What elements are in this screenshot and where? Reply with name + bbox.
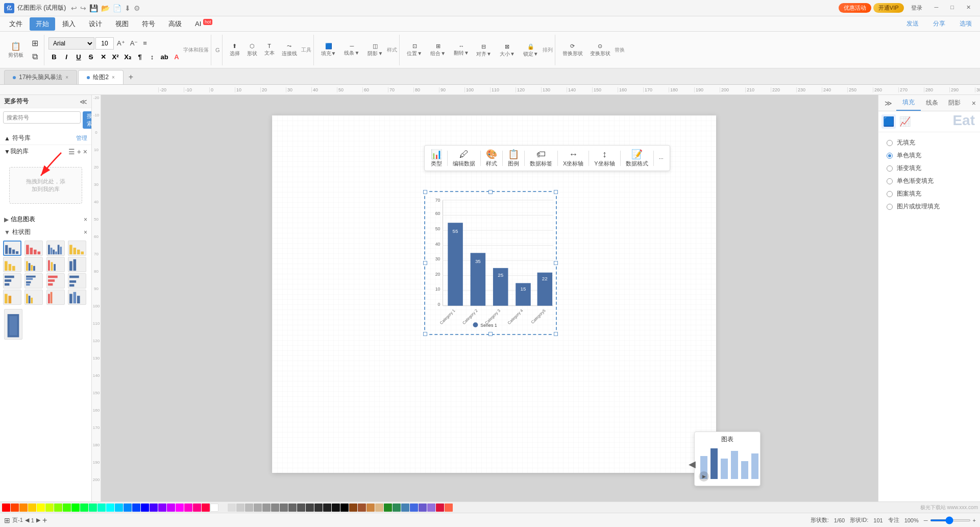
copy-btn[interactable]: ⧉ bbox=[28, 51, 42, 63]
color-swatch[interactable] bbox=[393, 504, 401, 512]
chart-thumb-15[interactable] bbox=[46, 290, 65, 305]
vip-button[interactable]: 开通VIP bbox=[873, 3, 904, 13]
text-tool-btn[interactable]: T 文本 bbox=[261, 41, 278, 58]
fill-option-pattern[interactable]: 图案填充 bbox=[883, 187, 976, 200]
color-swatch[interactable] bbox=[410, 504, 418, 512]
chart-thumb-3[interactable] bbox=[46, 241, 65, 256]
color-swatch[interactable] bbox=[254, 504, 262, 512]
page-next-btn[interactable]: ▶ bbox=[36, 517, 40, 523]
my-lib-close-btn[interactable]: × bbox=[83, 148, 87, 156]
lib-title[interactable]: 符号库 bbox=[12, 134, 76, 142]
symbol-search-button[interactable]: 搜索 bbox=[83, 111, 92, 129]
rp-tab-fill[interactable]: 填充 bbox=[896, 95, 921, 111]
right-panel-close-btn[interactable]: × bbox=[970, 97, 978, 109]
handle-middle-right[interactable] bbox=[554, 261, 558, 265]
page-grid-btn[interactable]: ⊞ bbox=[4, 516, 10, 524]
color-swatch[interactable] bbox=[80, 504, 88, 512]
chart-edit-data-btn[interactable]: 🖊 编辑数据 bbox=[450, 148, 478, 169]
promo-button[interactable]: 优惠活动 bbox=[839, 3, 871, 13]
color-swatch[interactable] bbox=[37, 504, 45, 512]
menu-design[interactable]: 设计 bbox=[83, 17, 108, 31]
color-swatch[interactable] bbox=[280, 504, 288, 512]
handle-bottom-left[interactable] bbox=[423, 332, 427, 336]
chart-thumb-5[interactable] bbox=[3, 257, 21, 272]
zoom-slider[interactable] bbox=[930, 519, 971, 521]
chart-thumb-1[interactable] bbox=[3, 241, 21, 256]
handle-top-left[interactable] bbox=[423, 190, 427, 194]
chart-style-btn[interactable]: 🎨 样式 bbox=[483, 148, 500, 169]
symbol-search-input[interactable] bbox=[3, 111, 81, 124]
export-btn[interactable]: ⬇ bbox=[125, 4, 131, 12]
color-swatch[interactable] bbox=[71, 504, 80, 512]
color-swatch[interactable] bbox=[97, 504, 106, 512]
lock-btn[interactable]: 🔒锁定▼ bbox=[520, 42, 542, 59]
line-chart-nav-icon-btn[interactable]: 📈 bbox=[898, 114, 912, 129]
zoom-out-btn[interactable]: ─ bbox=[924, 517, 928, 523]
tab-close-active-btn[interactable]: × bbox=[112, 75, 115, 80]
color-swatch[interactable] bbox=[262, 504, 271, 512]
specialist-btn[interactable]: 专注 bbox=[888, 516, 899, 524]
info-table-row[interactable]: ▶ 信息图表 × bbox=[0, 213, 91, 226]
color-swatch[interactable] bbox=[115, 504, 123, 512]
color-swatch[interactable] bbox=[89, 504, 97, 512]
undo-btn[interactable]: ↩ bbox=[71, 4, 77, 12]
color-swatch[interactable] bbox=[427, 504, 435, 512]
font-family-select[interactable]: Arial bbox=[48, 37, 94, 50]
superscript-btn[interactable]: X² bbox=[110, 52, 121, 63]
color-swatch[interactable] bbox=[288, 504, 297, 512]
chart-thumb-8[interactable] bbox=[68, 257, 86, 272]
font-color-btn[interactable]: A bbox=[171, 52, 182, 63]
zoom-in-btn[interactable]: + bbox=[973, 517, 976, 523]
maximize-button[interactable]: □ bbox=[945, 3, 959, 13]
combine-btn[interactable]: ⊞组合▼ bbox=[427, 41, 449, 59]
fill-option-single-gradient[interactable]: 单色渐变填充 bbox=[883, 175, 976, 187]
chart-thumb-14[interactable] bbox=[24, 290, 43, 305]
color-swatch[interactable] bbox=[401, 504, 409, 512]
rp-tab-line[interactable]: 线条 bbox=[921, 95, 943, 110]
position-btn[interactable]: ⊡位置▼ bbox=[404, 41, 425, 59]
color-swatch[interactable] bbox=[228, 504, 236, 512]
chart-thumb-12[interactable] bbox=[68, 273, 86, 289]
chart-xaxis-btn[interactable]: ↔ X坐标轴 bbox=[560, 148, 586, 169]
replace-shape-btn[interactable]: ⟳ 替换形状 bbox=[559, 41, 586, 59]
tab-close-btn[interactable]: × bbox=[65, 75, 68, 80]
redo-btn[interactable]: ↪ bbox=[80, 4, 86, 12]
tab-drawing[interactable]: 绘图2 × bbox=[78, 70, 124, 84]
chart-thumb-16[interactable] bbox=[68, 290, 86, 305]
single-chart-item[interactable] bbox=[4, 309, 22, 340]
color-swatch[interactable] bbox=[436, 504, 444, 512]
color-swatch[interactable] bbox=[11, 504, 19, 512]
menu-advanced[interactable]: 高级 bbox=[162, 17, 188, 31]
color-swatch[interactable] bbox=[54, 504, 62, 512]
send-button[interactable]: 发送 bbox=[901, 18, 924, 30]
handle-bottom-center[interactable] bbox=[488, 332, 493, 336]
mini-chart-play-btn[interactable]: ▶ bbox=[699, 471, 709, 482]
color-swatch[interactable] bbox=[106, 504, 114, 512]
panel-collapse-btn[interactable]: ≪ bbox=[80, 98, 87, 106]
font-size-decrease[interactable]: A⁻ bbox=[128, 39, 140, 47]
color-swatch[interactable] bbox=[158, 504, 166, 512]
right-panel-expand-btn[interactable]: ≫ bbox=[880, 97, 896, 109]
login-button[interactable]: 登录 bbox=[906, 3, 927, 13]
fill-option-image[interactable]: 图片或纹理填充 bbox=[883, 200, 976, 213]
color-swatch[interactable] bbox=[358, 504, 366, 512]
fill-btn[interactable]: 🟦填充▼ bbox=[318, 41, 339, 59]
chart-section-close[interactable]: × bbox=[84, 229, 87, 236]
color-swatch[interactable] bbox=[219, 504, 227, 512]
color-swatch[interactable] bbox=[340, 504, 349, 512]
share-button[interactable]: 分享 bbox=[928, 18, 950, 30]
manage-link[interactable]: 管理 bbox=[76, 134, 87, 142]
color-swatch[interactable] bbox=[124, 504, 132, 512]
chart-type-btn[interactable]: 📊 类型 bbox=[428, 148, 445, 169]
shape-tool-btn[interactable]: ⬡ 形状 bbox=[244, 41, 260, 59]
open-btn[interactable]: 📂 bbox=[101, 4, 110, 12]
underline-btn[interactable]: U bbox=[73, 52, 84, 63]
shadow-btn[interactable]: ◫阴影▼ bbox=[364, 41, 386, 59]
handle-middle-left[interactable] bbox=[423, 261, 427, 265]
bold-btn[interactable]: B bbox=[48, 52, 60, 63]
para-spacing-btn[interactable]: ¶ bbox=[134, 52, 145, 63]
chart-thumb-6[interactable] bbox=[24, 257, 43, 272]
save-btn[interactable]: 💾 bbox=[89, 4, 98, 12]
select-option-button[interactable]: 选项 bbox=[954, 18, 977, 30]
my-lib-list-btn[interactable]: ☰ bbox=[68, 148, 75, 156]
